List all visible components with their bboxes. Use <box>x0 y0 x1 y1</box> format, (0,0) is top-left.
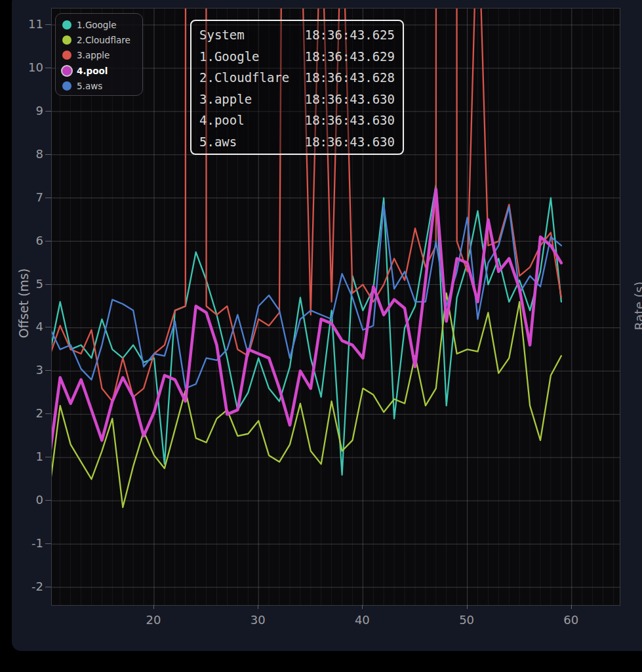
legend-item-pool[interactable]: 4.pool <box>62 63 142 78</box>
y-tick-mark <box>45 111 51 112</box>
y-tick-mark <box>45 370 51 371</box>
legend-item-label: 1.Google <box>77 20 117 30</box>
y-tick-label: 7 <box>36 190 43 205</box>
y-tick-mark <box>45 587 51 587</box>
y-tick-label: 10 <box>28 60 43 75</box>
aws-series-dot-icon <box>62 81 71 91</box>
legend-item-label: 2.Cloudflare <box>77 35 130 45</box>
y-tick-mark <box>45 241 51 242</box>
x-tick-mark <box>362 605 363 609</box>
y-tick-label: 9 <box>36 104 43 118</box>
x-tick-label: 30 <box>245 613 271 627</box>
y-tick-mark <box>45 68 51 68</box>
x-tick-label: 40 <box>349 613 375 627</box>
legend-item-google[interactable]: 1.Google <box>62 17 142 32</box>
tooltip-row-label: 3.apple <box>199 92 305 106</box>
x-tick-mark <box>467 605 468 609</box>
tooltip-row-value: 18:36:43.630 <box>305 92 395 106</box>
y-tick-mark <box>45 154 51 155</box>
y-tick-label: -2 <box>31 579 43 594</box>
tooltip-row: 4.pool 18:36:43.630 <box>199 110 395 131</box>
time-tooltip: System 18:36:43.625 1.Google 18:36:43.62… <box>190 20 404 155</box>
y-tick-label: 5 <box>36 277 43 291</box>
y-tick-label: 6 <box>36 234 43 248</box>
y-tick-label: 1 <box>36 450 43 464</box>
tooltip-row-label: 1.Google <box>199 49 305 64</box>
right-axis-label: Rate (s) <box>632 282 642 330</box>
pool-series-dot-icon <box>62 66 71 75</box>
y-tick-label: 2 <box>36 406 43 421</box>
y-tick-mark <box>45 500 51 501</box>
y-tick-label: 0 <box>36 493 43 507</box>
y-tick-label: 8 <box>36 147 43 161</box>
x-tick-mark <box>258 605 258 609</box>
tooltip-row: 3.apple 18:36:43.630 <box>199 89 395 110</box>
y-tick-mark <box>45 413 51 414</box>
y-tick-mark <box>45 24 51 25</box>
y-tick-label: 11 <box>28 17 43 32</box>
y-tick-mark <box>45 284 51 285</box>
tooltip-row-label: 2.Cloudflare <box>199 70 305 85</box>
tooltip-row-value: 18:36:43.625 <box>305 28 395 42</box>
legend-item-aws[interactable]: 5.aws <box>62 79 142 94</box>
app-screen: Offset (ms) Rate (s) -2-101234567891011 … <box>0 0 642 672</box>
y-tick-mark <box>45 543 51 544</box>
tooltip-row-label: System <box>199 28 305 42</box>
x-tick-mark <box>153 605 154 609</box>
google-series-dot-icon <box>62 20 71 30</box>
tooltip-row: 5.aws 18:36:43.630 <box>199 131 395 153</box>
legend-item-label: 3.apple <box>77 50 110 60</box>
y-tick-label: -1 <box>31 536 43 551</box>
cloudflare-series-dot-icon <box>62 35 71 45</box>
legend-item-cloudflare[interactable]: 2.Cloudflare <box>62 32 142 47</box>
x-tick-mark <box>571 605 572 609</box>
y-axis-label: Offset (ms) <box>16 268 31 338</box>
tooltip-row-value: 18:36:43.628 <box>305 70 395 85</box>
legend-item-apple[interactable]: 3.apple <box>62 48 142 63</box>
tooltip-row-label: 4.pool <box>199 113 305 127</box>
series-line-aws <box>52 205 561 388</box>
tooltip-row-value: 18:36:43.630 <box>305 135 395 149</box>
tooltip-row-value: 18:36:43.630 <box>305 113 395 127</box>
y-tick-mark <box>45 327 51 327</box>
legend-item-label: 5.aws <box>77 81 102 91</box>
tooltip-row: 2.Cloudflare 18:36:43.628 <box>199 67 395 89</box>
series-line-Cloudflare <box>52 293 561 507</box>
legend-item-label: 4.pool <box>77 66 108 76</box>
y-tick-label: 3 <box>36 363 43 377</box>
tooltip-row-label: 5.aws <box>199 135 305 149</box>
tooltip-row: 1.Google 18:36:43.629 <box>199 46 395 68</box>
y-tick-label: 4 <box>36 320 43 334</box>
y-tick-mark <box>45 457 51 457</box>
tooltip-row: System 18:36:43.625 <box>199 24 395 46</box>
tooltip-row-value: 18:36:43.629 <box>305 49 395 64</box>
x-tick-label: 60 <box>558 613 584 627</box>
x-tick-label: 20 <box>140 613 167 627</box>
apple-series-dot-icon <box>62 51 71 60</box>
x-tick-label: 50 <box>454 613 480 627</box>
legend[interactable]: 1.Google 2.Cloudflare 3.apple 4.pool 5.a… <box>55 13 143 96</box>
y-tick-mark <box>45 198 51 198</box>
